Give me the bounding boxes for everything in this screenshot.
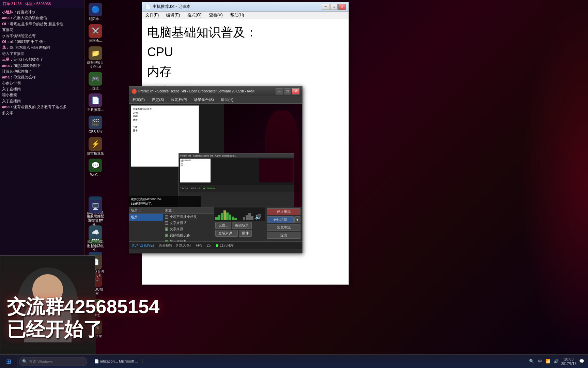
notepad-icon: 📄 — [145, 4, 151, 10]
taskbar-search-input[interactable] — [29, 359, 84, 364]
bitrate-indicator — [216, 244, 218, 247]
obs-source-item[interactable]: 文字来源 2 — [163, 220, 214, 226]
stream-text-overlay: 交流群425685154 已经开始了 — [0, 295, 588, 341]
desktop-icon-obs2[interactable]: 🎬 OBS 64it — [86, 115, 105, 135]
audio-bar — [223, 210, 226, 220]
obs-all-sources-button[interactable]: 全域来源... — [215, 230, 238, 237]
obs-scenes-title: 场景： — [129, 207, 163, 214]
tray-lang-icon[interactable]: 中 — [537, 358, 543, 364]
obs-menu-config[interactable]: 设定档(P) — [169, 97, 189, 103]
desktop-icon-obs[interactable]: 🔵 明阳市... — [86, 2, 105, 22]
desktop-icon-folder[interactable]: 📁 群管理项目文档.txt — [86, 45, 105, 70]
obs-title: Profile: xhl - Scenes: scene_xhl - Open … — [132, 89, 276, 94]
desktop-icon-we[interactable]: 💬 WeC... — [86, 158, 105, 178]
obs-status-fps: FPS： 25 — [196, 243, 211, 248]
audio-bar — [246, 215, 248, 220]
desktop-icon-rec[interactable]: 📄 主机推荐... — [86, 92, 105, 113]
obs-source-checkbox[interactable]: ✓ — [165, 227, 168, 231]
obs-source-item[interactable]: 小葫芦直播小精灵 — [163, 214, 214, 220]
desktop-icon-3kingdoms[interactable]: ⚔️ 三国杀... — [86, 23, 105, 44]
obs-source-checkbox[interactable] — [165, 221, 168, 225]
obs-controls-btns: ─ □ ✕ — [276, 88, 299, 94]
chat-stats: 订单:31468 体重：5393968 — [3, 1, 51, 6]
obs-menu-file[interactable]: 档案(F) — [130, 97, 147, 103]
order-count: 订单:31468 — [3, 1, 22, 6]
obs-source-checkbox[interactable] — [165, 215, 168, 219]
obs-titlebar[interactable]: Profile: xhl - Scenes: scene_xhl - Open … — [129, 87, 302, 96]
obs-panels-row: 场景： 场景 来源： 小葫芦直播小精灵 文字来源 2 ✓ 文字来源 — [129, 207, 302, 241]
overlay-line-1: 交流群425685154 — [7, 295, 588, 318]
obs-stop-stream-button[interactable]: 停止串流 — [267, 208, 300, 215]
desktop-icon-cloud[interactable]: ☁️ 风云三国2.8【2017年4... — [86, 224, 105, 253]
obs-sources-title: 来源： — [163, 207, 214, 214]
notepad-close-button[interactable]: ✕ — [338, 4, 346, 10]
audio-bar — [251, 216, 253, 220]
list-item: 心疼苏宁啊 — [2, 81, 82, 86]
taskbar-clock: 20:00 2017/6/18 — [561, 357, 577, 366]
audio-bar — [226, 212, 229, 220]
list-item: 入了直播间 — [2, 87, 82, 92]
tray-notification-icon[interactable]: 🗨️ — [578, 358, 585, 364]
obs-close-button[interactable]: ✕ — [292, 88, 299, 94]
list-item: ama：加热1000条四下 — [2, 63, 82, 68]
obs-minimize-button[interactable]: ─ — [276, 88, 283, 94]
notepad-controls: ─ □ ✕ — [322, 4, 346, 10]
obs-app-icon — [132, 89, 137, 94]
audio-bar — [229, 215, 231, 220]
taskbar-item-notepad[interactable]: 📄 ialization... Microsoft ... — [90, 359, 143, 364]
obs-maximize-button[interactable]: □ — [284, 88, 291, 94]
notepad-menu-format[interactable]: 格式(O) — [185, 12, 203, 19]
obs-scene-item[interactable]: 场景 — [129, 214, 163, 221]
taskbar-search[interactable]: 🔍 — [19, 357, 87, 366]
weight-count: 体重：5393968 — [25, 1, 51, 6]
obs-menu-settings[interactable]: 设定(S) — [150, 97, 166, 103]
obs-menu-help[interactable]: 帮助(H) — [219, 97, 235, 103]
tray-network-icon[interactable]: 📶 — [545, 358, 551, 364]
taskbar: ⊞ 🔍 📄 ialization... Microsoft ... 🔍 中 📶 … — [0, 354, 588, 368]
list-item: 直播间 — [2, 27, 82, 32]
obs-bottom-controls: 场景： 场景 来源： 小葫芦直播小精灵 文字来源 2 ✓ 文字来源 — [129, 207, 302, 253]
tray-search-icon[interactable]: 🔍 — [529, 358, 535, 364]
desktop-icon-quick[interactable]: ⚡ 迅雷极速版 — [86, 136, 105, 157]
list-item: 进入了直播间 — [2, 51, 82, 56]
obs-source-item[interactable]: ✓ 文字来源 — [163, 226, 214, 232]
start-button[interactable]: ⊞ — [0, 355, 17, 368]
desktop-icon-game[interactable]: 🎮 二国志... — [86, 71, 105, 91]
obs-settings-button[interactable]: 设置... — [215, 222, 231, 229]
obs-source-item[interactable]: ✓ 视频捕捉设备 — [163, 232, 214, 238]
obs-source-checkbox[interactable]: ✓ — [165, 234, 168, 237]
notepad-menu-file[interactable]: 文件(F) — [143, 12, 161, 19]
obs-exit-button[interactable]: 退出 — [267, 232, 300, 239]
obs-plugins-button[interactable]: 插件 — [239, 230, 252, 237]
obs-statusbar: 0:34:32 (LIVE) 丢失帧数：0 (0.00%) FPS： 25 11… — [129, 241, 302, 249]
list-item: ama：机器人说的话你也信 — [2, 15, 82, 20]
taskbar-window-items: 📄 ialization... Microsoft ... — [89, 359, 525, 364]
audio-bar — [243, 217, 245, 220]
desktop-icon-hardware[interactable]: 🖥️ 电脑硬件配置指北.txt — [86, 199, 105, 223]
notepad-titlebar[interactable]: 📄 主机推荐.txt - 记事本 ─ □ ✕ — [142, 2, 349, 12]
overlay-line-2: 已经开始了 — [7, 318, 588, 341]
notepad-minimize-button[interactable]: ─ — [322, 4, 329, 10]
search-icon: 🔍 — [22, 359, 27, 364]
notepad-menubar: 文件(F) 编辑(E) 格式(O) 查看(V) 帮助(H) — [142, 12, 349, 19]
icon-grid-2: 📁 群管理项目文档.txt 🎮 二国志... 📄 主机推荐... — [84, 45, 129, 113]
list-item: 入了直播间 — [2, 99, 82, 104]
obs-status-time: 0:34:32 (LIVE) — [132, 244, 154, 247]
obs-preview-stream-button[interactable]: 预览串流 — [267, 224, 300, 231]
audio-bar — [215, 217, 218, 220]
audio-bar — [234, 218, 237, 220]
notepad-line-cpu: CPU — [147, 42, 343, 62]
list-item: 水冷不锈钢管怎么弯 — [2, 33, 82, 39]
notepad-maximize-button[interactable]: □ — [330, 4, 338, 10]
notepad-menu-view[interactable]: 查看(V) — [207, 12, 225, 19]
tray-sound-icon[interactable]: 🔊 — [553, 358, 559, 364]
notepad-menu-help[interactable]: 帮助(H) — [228, 12, 246, 19]
obs-menu-scene-collection[interactable]: 场景集合(S) — [192, 97, 216, 103]
obs-start-record-button[interactable]: 开始录制 — [267, 216, 294, 223]
obs-record-dropdown[interactable]: ▼ — [294, 216, 300, 223]
notepad-menu-edit[interactable]: 编辑(E) — [164, 12, 182, 19]
obs-notification-text: 硬件交流群425685154 618已经开始了. — [129, 196, 201, 207]
obs-status-dropped: 丢失帧数：0 (0.00%) — [159, 243, 190, 248]
list-item: 端小板凳 — [2, 92, 82, 98]
obs-edit-scene-button[interactable]: 编辑场景 — [232, 222, 252, 229]
